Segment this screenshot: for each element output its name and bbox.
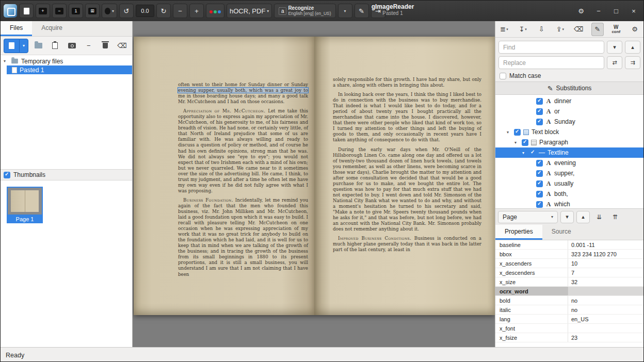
word-checkbox[interactable]: [536, 119, 543, 125]
word-checkbox[interactable]: [536, 160, 543, 167]
open-folder-button[interactable]: [31, 39, 45, 53]
navigate-up-button[interactable]: ▴: [576, 211, 590, 223]
word-checkbox[interactable]: [536, 180, 543, 187]
image-controls-button[interactable]: [206, 4, 224, 18]
clear-button[interactable]: ⌫: [116, 39, 130, 53]
clear-hocr-button[interactable]: ⌫: [573, 23, 585, 36]
hocr-settings-button[interactable]: ⚙: [629, 23, 641, 36]
rotate-mode-button[interactable]: ▾: [102, 4, 117, 18]
thumbnails-checkbox[interactable]: [4, 172, 10, 178]
find-replace-toggle[interactable]: ✎: [591, 23, 604, 36]
delete-button[interactable]: [99, 39, 112, 53]
zoom-fit-button[interactable]: ⊞: [85, 4, 100, 18]
replace-input[interactable]: [498, 56, 604, 69]
property-row[interactable]: langen_US: [495, 315, 643, 324]
ocr-mode-select[interactable]: hOCR, PDF▾: [227, 4, 272, 18]
property-row[interactable]: x_fsize23: [495, 333, 643, 342]
thumbnails-toggle[interactable]: Thumbnails: [1, 169, 132, 180]
word-row[interactable]: supper,: [495, 168, 643, 178]
property-row[interactable]: x_descenders7: [495, 268, 643, 277]
word-row[interactable]: both,: [495, 189, 643, 199]
textline-row-selected[interactable]: Textline: [495, 147, 643, 158]
zoom-in-button[interactable]: +: [36, 4, 50, 18]
rotate-right-button[interactable]: ↻: [156, 4, 171, 18]
match-case-checkbox[interactable]: Match case: [498, 72, 640, 79]
tab-properties[interactable]: Properties: [495, 225, 542, 240]
navigate-down-button[interactable]: ▾: [560, 211, 574, 223]
zoom-original-button[interactable]: 1: [69, 4, 83, 18]
find-input[interactable]: [498, 41, 604, 54]
expander-icon[interactable]: [4, 59, 8, 63]
textblock-checkbox[interactable]: [514, 129, 521, 136]
checkbox-icon[interactable]: [500, 73, 506, 79]
recognize-options-button[interactable]: ▾: [338, 4, 352, 18]
expand-all-button[interactable]: ⇊: [592, 211, 606, 223]
property-row[interactable]: italicno: [495, 305, 643, 315]
output-editor-button[interactable]: ✎: [355, 4, 369, 18]
file-row-pasted-1[interactable]: Pasted 1: [7, 65, 132, 74]
word-row[interactable]: dinner: [495, 96, 643, 106]
import-button[interactable]: ⇩: [535, 23, 548, 36]
spin-up-button[interactable]: +: [189, 4, 204, 18]
word-checkbox[interactable]: [536, 201, 543, 208]
word-checkbox[interactable]: [536, 108, 543, 115]
word-confidence-toggle[interactable]: Wconf: [610, 23, 622, 36]
expander-icon[interactable]: [522, 151, 527, 155]
property-row[interactable]: bbox323 234 1120 270: [495, 250, 643, 259]
expander-icon[interactable]: [514, 140, 519, 145]
substitutions-button[interactable]: ✎ Substitutions: [495, 81, 643, 95]
image-viewer[interactable]: often went to their home for Sunday dinn…: [133, 21, 495, 347]
titlebar: + − 1 ⊞ ▾ ↺ 0.0 ↻ − + hOCR, PDF▾ Recogni…: [1, 1, 643, 21]
paste-button[interactable]: [49, 39, 62, 53]
match-case-label: Match case: [509, 72, 541, 79]
save-hocr-button[interactable]: ↧▾: [517, 23, 529, 36]
property-row[interactable]: x_ascenders10: [495, 259, 643, 268]
textblock-row[interactable]: Text block: [495, 127, 643, 137]
zoom-out-button[interactable]: −: [52, 4, 67, 18]
word-row[interactable]: Sunday: [495, 117, 643, 127]
minimize-button[interactable]: −: [592, 4, 605, 18]
ocr-word-selection[interactable]: evening supper, usually both, which was …: [178, 88, 308, 93]
settings-button[interactable]: ⚙: [574, 4, 588, 18]
thumbnail-page-1[interactable]: Page 1: [7, 187, 43, 223]
word-row[interactable]: or: [495, 106, 643, 117]
word-row[interactable]: evening: [495, 158, 643, 168]
property-row[interactable]: boldno: [495, 296, 643, 305]
tab-files[interactable]: Files: [1, 21, 32, 36]
word-checkbox[interactable]: [536, 98, 543, 105]
tab-acquire[interactable]: Acquire: [32, 21, 72, 36]
remove-page-button[interactable]: −: [82, 39, 96, 53]
add-image-button[interactable]: [4, 39, 19, 53]
tab-source[interactable]: Source: [542, 225, 581, 240]
paragraph-row[interactable]: Paragraph: [495, 137, 643, 147]
close-button[interactable]: ×: [627, 4, 640, 18]
export-button[interactable]: ⇥: [371, 4, 385, 18]
spin-down-button[interactable]: −: [173, 4, 187, 18]
screenshot-button[interactable]: [65, 39, 79, 53]
rotation-angle-input[interactable]: 0.0: [136, 5, 154, 17]
replace-button[interactable]: ⇄: [607, 56, 622, 69]
word-checkbox[interactable]: [536, 170, 543, 177]
property-row[interactable]: x_font: [495, 324, 643, 333]
expander-icon[interactable]: [507, 130, 511, 135]
word-checkbox[interactable]: [536, 191, 543, 198]
rotate-left-button[interactable]: ↺: [119, 4, 134, 18]
word-row[interactable]: usually: [495, 178, 643, 189]
replace-all-button[interactable]: ⇉: [625, 56, 640, 69]
property-row[interactable]: baseline0.001 -11: [495, 240, 643, 250]
export-hocr-button[interactable]: ⇪▾: [554, 23, 566, 36]
open-page-button[interactable]: [19, 4, 34, 18]
paragraph-checkbox[interactable]: [522, 139, 528, 146]
add-image-options-button[interactable]: ▾: [19, 39, 28, 53]
word-row[interactable]: which: [495, 199, 643, 208]
collapse-all-button[interactable]: ⇈: [608, 211, 622, 223]
recognize-button[interactable]: RecognizeEnglish [eng] (en_US): [274, 4, 335, 18]
find-prev-button[interactable]: ▴: [625, 41, 640, 54]
property-row[interactable]: x_size32: [495, 277, 643, 287]
insert-mode-button[interactable]: ≣▾: [498, 23, 510, 36]
textline-checkbox[interactable]: [529, 150, 536, 156]
find-next-button[interactable]: ▾: [607, 41, 622, 54]
maximize-button[interactable]: □: [609, 4, 623, 18]
page-select[interactable]: Page▾: [498, 211, 558, 223]
folder-row-temporary-files[interactable]: Temporary files: [1, 57, 132, 65]
